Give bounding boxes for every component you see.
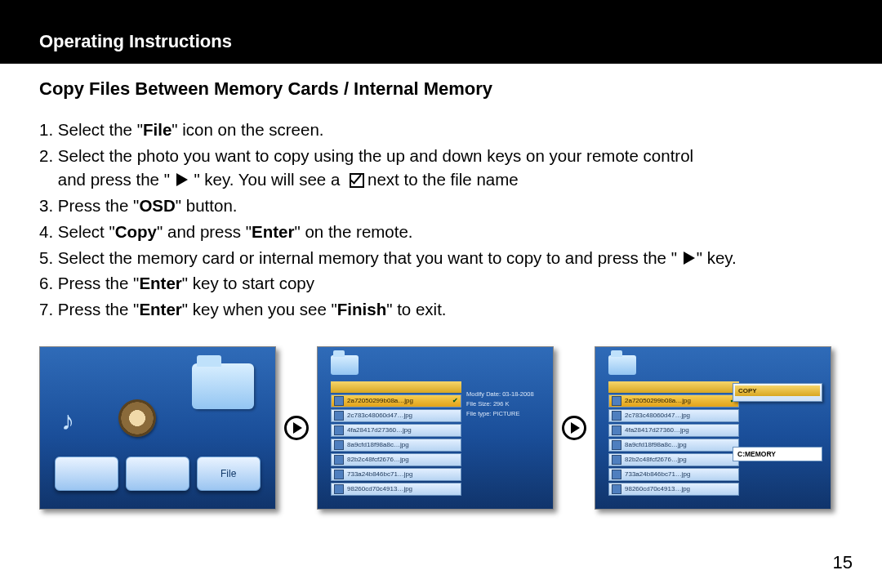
- list-header: [331, 381, 461, 393]
- file-name: 2a72050299b08a…jpg: [347, 397, 413, 404]
- step-number: 1.: [39, 120, 53, 139]
- file-list: 2a72050299b08a…jpg✔ 2c783c48060d47…jpg 4…: [331, 394, 461, 496]
- step-text: Press the ": [58, 300, 140, 318]
- step-text: " icon on the screen.: [172, 120, 323, 139]
- list-header: [608, 381, 739, 393]
- step-text: Select ": [58, 222, 115, 241]
- arrow-right-icon: [562, 416, 586, 440]
- file-name: 2c783c48060d47…jpg: [347, 412, 412, 419]
- checkbox-icon: [350, 173, 364, 188]
- folder-icon: [192, 363, 254, 409]
- header-title: Operating Instructions: [39, 31, 232, 51]
- keyword-osd: OSD: [139, 196, 175, 215]
- copy-destination: C:MEMORY: [733, 447, 822, 461]
- instruction-list: 1. Select the "File" icon on the screen.…: [39, 118, 843, 322]
- step-text: next to the file name: [368, 170, 519, 189]
- step-text: " key.: [697, 248, 737, 267]
- copy-popup-row: [735, 396, 820, 399]
- step-text: " on the remote.: [294, 222, 412, 241]
- film-reel-icon: [118, 399, 156, 437]
- file-row: 82b2c48fcf2676…jpg: [331, 453, 461, 466]
- step-5: 5. Select the memory card or internal me…: [39, 246, 843, 270]
- file-name: 4fa28417d27360…jpg: [625, 426, 689, 434]
- file-list: 2a72050299b08a…jpg✔ 2c783c48060d47…jpg 4…: [608, 394, 739, 496]
- keyword-file: File: [143, 120, 172, 139]
- play-icon: [684, 252, 695, 265]
- step-text: Press the ": [58, 196, 140, 215]
- file-row: 98260cd70c4913…jpg: [331, 483, 461, 496]
- dock: File: [40, 457, 275, 491]
- step-text: Select the photo you want to copy using …: [58, 146, 693, 165]
- step-text: " key when you see ": [182, 300, 337, 318]
- page-number: 15: [833, 552, 853, 573]
- file-row: 8a9cfd18f98a8c…jpg: [608, 439, 739, 452]
- file-row-selected: 2a72050299b08a…jpg✔: [331, 394, 461, 408]
- step-4: 4. Select "Copy" and press "Enter" on th…: [39, 220, 843, 244]
- step-number: 4.: [39, 222, 53, 241]
- file-row: 8a9cfd18f98a8c…jpg: [331, 439, 461, 452]
- step-1: 1. Select the "File" icon on the screen.: [39, 118, 843, 142]
- file-metadata: Modify Date: 03-18-2008 File Size: 296 K…: [466, 390, 541, 419]
- file-row: 4fa28417d27360…jpg: [608, 424, 739, 437]
- file-name: 2c783c48060d47…jpg: [625, 412, 690, 419]
- section-title: Copy Files Between Memory Cards / Intern…: [39, 78, 843, 100]
- file-row: 82b2c48fcf2676…jpg: [608, 453, 739, 466]
- step-6: 6. Press the "Enter" key to start copy: [39, 271, 843, 296]
- step-text: " to exit.: [386, 300, 446, 318]
- file-row-selected: 2a72050299b08a…jpg✔: [608, 394, 739, 408]
- step-2: 2. Select the photo you want to copy usi…: [39, 144, 843, 192]
- step-text: " key. You will see a: [189, 170, 345, 189]
- keyword-enter: Enter: [139, 300, 181, 318]
- file-row: 733a24b846bc71…jpg: [608, 468, 739, 481]
- screenshot-copy-popup: 2a72050299b08a…jpg✔ 2c783c48060d47…jpg 4…: [595, 346, 831, 510]
- step-3: 3. Press the "OSD" button.: [39, 194, 843, 218]
- file-name: 2a72050299b08a…jpg: [625, 397, 691, 404]
- dock-slot-file: File: [197, 457, 261, 491]
- dock-slot: [126, 457, 189, 491]
- step-text: Select the ": [58, 120, 143, 139]
- file-name: 8a9cfd18f98a8c…jpg: [347, 441, 409, 448]
- file-name: 8a9cfd18f98a8c…jpg: [625, 441, 687, 448]
- dock-slot: [55, 457, 118, 491]
- file-row: 733a24b846bc71…jpg: [331, 468, 461, 481]
- step-number: 6.: [39, 274, 53, 292]
- screenshot-home: ♪ File: [39, 346, 276, 510]
- step-number: 5.: [39, 248, 53, 267]
- folder-icon: [331, 355, 359, 375]
- keyword-enter: Enter: [139, 274, 181, 292]
- step-text: Select the memory card or internal memor…: [58, 248, 682, 267]
- file-name: 4fa28417d27360…jpg: [347, 426, 412, 434]
- file-row: 98260cd70c4913…jpg: [608, 483, 739, 496]
- music-icon: ♪: [61, 406, 74, 436]
- header-bar: Operating Instructions: [0, 0, 882, 64]
- file-name: 733a24b846bc71…jpg: [347, 470, 413, 478]
- file-name: 98260cd70c4913…jpg: [347, 485, 412, 492]
- step-number: 3.: [39, 196, 53, 215]
- keyword-enter: Enter: [252, 222, 294, 241]
- play-icon: [176, 173, 188, 186]
- file-name: 733a24b846bc71…jpg: [625, 470, 691, 478]
- step-text: " and press ": [157, 222, 252, 241]
- copy-popup: COPY: [733, 383, 822, 402]
- check-icon: ✔: [452, 397, 458, 404]
- step-number: 7.: [39, 300, 53, 318]
- meta-file-type: File type: PICTURE: [466, 409, 541, 419]
- meta-modify-date: Modify Date: 03-18-2008: [466, 390, 541, 399]
- step-text: " button.: [176, 196, 238, 215]
- screenshot-file-list: 2a72050299b08a…jpg✔ 2c783c48060d47…jpg 4…: [317, 346, 554, 510]
- step-7: 7. Press the "Enter" key when you see "F…: [39, 297, 843, 322]
- file-name: 82b2c48fcf2676…jpg: [625, 456, 687, 463]
- file-row: 2c783c48060d47…jpg: [608, 409, 739, 422]
- step-text: " key to start copy: [182, 274, 314, 292]
- keyword-copy: Copy: [115, 222, 157, 241]
- step-text: Press the ": [58, 274, 140, 292]
- file-name: 98260cd70c4913…jpg: [625, 485, 690, 492]
- folder-icon: [608, 355, 636, 375]
- file-row: 2c783c48060d47…jpg: [331, 409, 461, 422]
- file-row: 4fa28417d27360…jpg: [331, 424, 461, 437]
- file-name: 82b2c48fcf2676…jpg: [347, 456, 409, 463]
- arrow-right-icon: [284, 416, 309, 440]
- copy-popup-title: COPY: [735, 385, 820, 396]
- step-number: 2.: [39, 146, 53, 165]
- step-text: and press the ": [58, 170, 175, 189]
